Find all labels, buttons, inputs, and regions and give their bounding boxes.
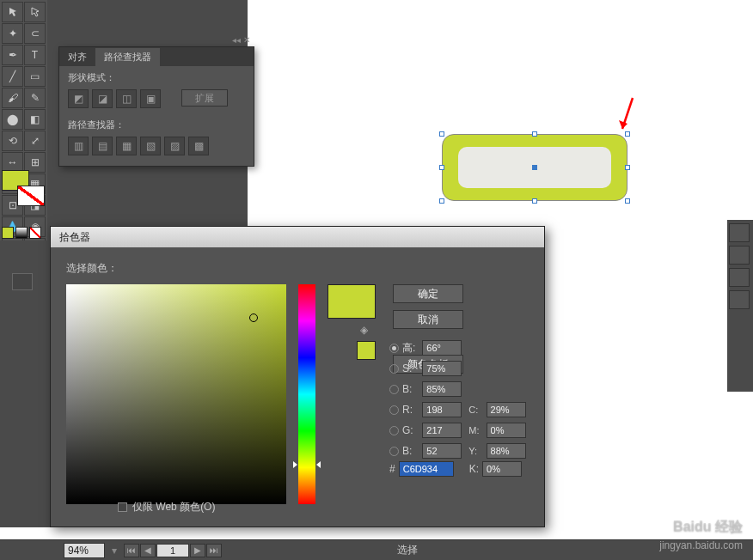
right-panel-dock (727, 220, 753, 392)
tool-pen[interactable]: ✒ (2, 45, 23, 65)
crop-icon[interactable]: ▧ (140, 137, 161, 155)
shape-modes-label: 形状模式： (59, 66, 254, 88)
tool-lasso[interactable]: ⊂ (24, 23, 46, 44)
last-page-button[interactable]: ⏭ (206, 544, 222, 557)
outline-icon[interactable]: ▨ (164, 137, 185, 155)
hex-prefix: # (389, 463, 395, 475)
tool-blob[interactable]: ⬤ (2, 109, 23, 130)
panel-menu-icon[interactable]: ◂◂ ✕ (232, 35, 250, 45)
pathfinders-label: 路径查找器： (59, 113, 254, 135)
bl-input[interactable] (422, 443, 462, 459)
status-bar: 94% ▾ ⏮ ◀ ▶ ⏭ 选择 (0, 539, 753, 560)
stroke-swatch[interactable] (17, 186, 45, 206)
radio-h[interactable] (389, 344, 399, 353)
k-input[interactable] (482, 461, 522, 477)
mini-swatch-gradient[interactable] (15, 227, 28, 239)
status-tool-label: 选择 (397, 543, 418, 557)
handle-bl[interactable] (439, 198, 444, 204)
b-input[interactable] (422, 381, 462, 397)
merge-icon[interactable]: ▦ (116, 137, 137, 155)
expand-button[interactable]: 扩展 (181, 89, 228, 107)
dialog-title: 拾色器 (51, 227, 544, 247)
radio-b[interactable] (389, 385, 399, 394)
tab-pathfinder[interactable]: 路径查找器 (95, 48, 160, 66)
dock-icon-2[interactable] (729, 246, 750, 265)
minus-front-icon[interactable]: ◪ (92, 89, 113, 108)
dock-icon-1[interactable] (729, 223, 750, 242)
c-input[interactable] (487, 402, 526, 417)
radio-r[interactable] (389, 405, 399, 415)
color-preview-new (328, 284, 376, 319)
handle-tl[interactable] (439, 131, 444, 137)
collapse-icon[interactable] (12, 273, 33, 290)
h-input[interactable] (422, 340, 462, 356)
radio-s[interactable] (389, 364, 399, 374)
dock-icon-3[interactable] (729, 268, 750, 287)
handle-ml[interactable] (439, 165, 444, 170)
watermark-url: jingyan.baidu.com (659, 539, 743, 551)
trim-icon[interactable]: ▤ (92, 137, 113, 155)
web-only-label: 仅限 Web 颜色(O) (132, 500, 215, 514)
handle-mr[interactable] (625, 165, 630, 170)
page-input[interactable] (156, 544, 189, 557)
cancel-button[interactable]: 取消 (393, 310, 463, 329)
mini-swatch-none[interactable] (29, 227, 41, 239)
m-input[interactable] (487, 423, 526, 438)
saturation-value-field[interactable] (66, 284, 286, 504)
annotation-arrow-icon (615, 96, 641, 134)
prev-page-button[interactable]: ◀ (140, 544, 156, 557)
radio-g[interactable] (389, 426, 399, 435)
minus-back-icon[interactable]: ▩ (188, 137, 209, 155)
handle-tc[interactable] (532, 131, 537, 137)
tool-type[interactable]: T (24, 45, 46, 65)
unite-icon[interactable]: ◩ (68, 89, 89, 108)
tool-eraser[interactable]: ◧ (24, 109, 46, 130)
web-only-checkbox[interactable] (118, 502, 127, 512)
hex-input[interactable] (399, 461, 454, 477)
tool-scale[interactable]: ⤢ (24, 131, 46, 151)
tool-wand[interactable]: ✦ (2, 23, 23, 44)
radio-bl[interactable] (389, 447, 399, 456)
tool-rotate[interactable]: ⟲ (2, 131, 23, 151)
pathfinder-panel: ◂◂ ✕ 对齐 路径查找器 形状模式： ◩ ◪ ◫ ▣ 扩展 路径查找器： ▥ … (58, 46, 254, 167)
zoom-input[interactable]: 94% (64, 543, 105, 558)
tool-brush[interactable]: 🖌 (2, 88, 23, 108)
handle-br[interactable] (625, 198, 630, 204)
select-color-label: 选择颜色： (66, 261, 529, 276)
mini-swatch-color[interactable] (2, 227, 14, 239)
selection-center (532, 165, 537, 170)
ok-button[interactable]: 确定 (393, 284, 463, 303)
s-input[interactable] (422, 361, 462, 376)
r-input[interactable] (422, 402, 462, 417)
next-page-button[interactable]: ▶ (190, 544, 205, 557)
tool-line[interactable]: ╱ (2, 66, 23, 87)
handle-bc[interactable] (532, 198, 537, 204)
tool-pencil[interactable]: ✎ (24, 88, 46, 108)
color-picker-dialog: 拾色器 选择颜色： ◈ 确定 取消 颜色色板 高: S: B: (50, 226, 545, 527)
exclude-icon[interactable]: ▣ (140, 89, 161, 108)
divide-icon[interactable]: ▥ (68, 137, 89, 155)
intersect-icon[interactable]: ◫ (116, 89, 137, 108)
cube-icon[interactable]: ◈ (360, 324, 372, 336)
tab-align[interactable]: 对齐 (59, 48, 95, 66)
tool-selection[interactable] (2, 2, 23, 22)
dock-icon-4[interactable] (729, 290, 750, 309)
tool-direct-select[interactable] (24, 2, 46, 22)
tool-rect[interactable]: ▭ (24, 66, 46, 87)
color-preview-old[interactable] (357, 341, 376, 360)
first-page-button[interactable]: ⏮ (124, 544, 139, 557)
g-input[interactable] (422, 423, 462, 438)
watermark-brand: Baidu 经验 (673, 518, 743, 536)
y-input[interactable] (487, 443, 526, 459)
hue-slider[interactable] (298, 284, 315, 504)
zoom-dropdown-icon[interactable]: ▾ (112, 545, 117, 557)
